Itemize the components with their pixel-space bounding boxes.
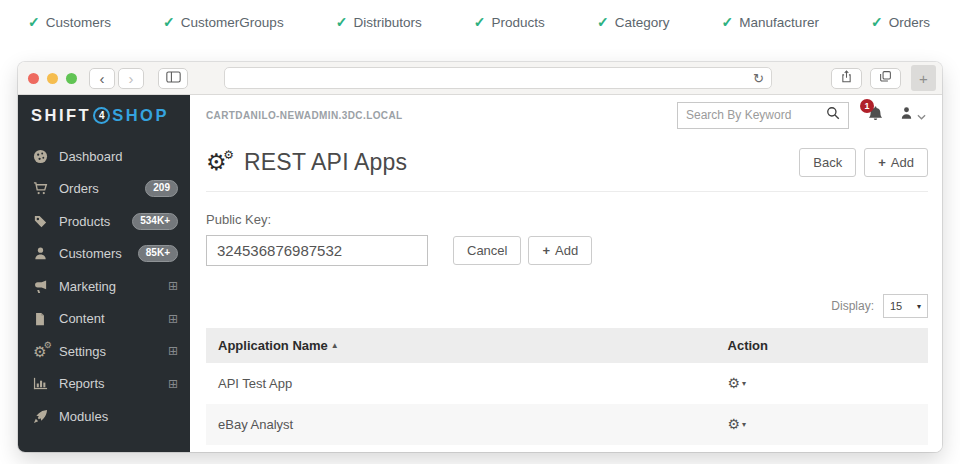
expand-icon[interactable]: ⊞ (168, 345, 178, 357)
plus-icon: + (878, 155, 886, 170)
dashboard-icon (32, 149, 48, 164)
expand-icon[interactable]: ⊞ (168, 280, 178, 292)
setup-item-label: Manufacturer (739, 15, 819, 30)
sidebar-toggle-button[interactable] (158, 68, 188, 89)
page-header: ⚙⚙ REST API Apps Back + Add (206, 135, 928, 192)
public-key-section: Public Key: Cancel + Add (206, 212, 928, 266)
column-header-application-name[interactable]: Application Name▲ (218, 338, 728, 353)
check-icon: ✓ (597, 14, 609, 30)
app-name-cell: eBay Analyst (218, 417, 728, 432)
sidebar-item-label: Settings (59, 344, 106, 359)
chevron-down-icon (917, 106, 926, 124)
close-window-button[interactable] (28, 73, 39, 84)
browser-nav-buttons: ‹ › (89, 68, 144, 89)
sidebar-nav: Dashboard Orders 209 Products 534K+ (18, 135, 190, 433)
display-count-value: 15 (890, 300, 902, 312)
sidebar-item-label: Reports (59, 376, 105, 391)
gears-icon: ⚙⚙ (32, 344, 48, 359)
expand-icon[interactable]: ⊞ (168, 313, 178, 325)
add-button[interactable]: + Add (864, 148, 928, 177)
gear-icon: ⚙ (728, 417, 741, 431)
logo-text-shop: SHOP (112, 106, 169, 125)
api-apps-table: Application Name▲ Action API Test App ⚙ … (206, 328, 928, 445)
row-action-menu-button[interactable]: ⚙ ▾ (728, 417, 747, 431)
app-name-cell: API Test App (218, 376, 728, 391)
window-controls (28, 73, 77, 84)
setup-item-label: CustomerGroups (181, 15, 284, 30)
row-action-menu-button[interactable]: ⚙ ▾ (728, 376, 747, 390)
check-icon: ✓ (336, 14, 348, 30)
cancel-button[interactable]: Cancel (453, 236, 521, 265)
sidebar-item-dashboard[interactable]: Dashboard (18, 140, 190, 173)
check-icon: ✓ (28, 14, 40, 30)
display-count-row: Display: 15 ▾ (206, 294, 928, 318)
logo-4-icon: 4 (93, 107, 110, 124)
sidebar-item-products[interactable]: Products 534K+ (18, 205, 190, 238)
minimize-window-button[interactable] (47, 73, 58, 84)
search-input[interactable] (686, 108, 820, 122)
caret-down-icon: ▾ (742, 379, 746, 388)
sidebar-item-label: Customers (59, 246, 122, 261)
page-title: REST API Apps (244, 149, 407, 176)
new-tab-button[interactable]: + (911, 65, 936, 91)
check-icon: ✓ (474, 14, 486, 30)
sort-asc-icon: ▲ (331, 341, 339, 350)
page-content: ⚙⚙ REST API Apps Back + Add Public Key: (190, 135, 942, 452)
confirm-add-button[interactable]: + Add (528, 236, 592, 265)
expand-icon[interactable]: ⊞ (168, 378, 178, 390)
browser-window: ‹ › ↻ + SHIFT 4 (18, 62, 942, 452)
browser-titlebar: ‹ › ↻ + (18, 62, 942, 95)
admin-sidebar: SHIFT 4 SHOP Dashboard Orders 209 (18, 95, 190, 452)
sidebar-item-label: Products (59, 214, 110, 229)
browser-back-button[interactable]: ‹ (89, 68, 115, 89)
sidebar-item-customers[interactable]: Customers 85K+ (18, 238, 190, 271)
back-button[interactable]: Back (799, 148, 856, 177)
account-menu-button[interactable] (899, 106, 926, 125)
zoom-window-button[interactable] (66, 73, 77, 84)
sidebar-item-content[interactable]: Content ⊞ (18, 303, 190, 336)
setup-item-label: Distributors (353, 15, 421, 30)
sidebar-item-label: Orders (59, 181, 99, 196)
setup-item-label: Products (492, 15, 545, 30)
shift4shop-logo[interactable]: SHIFT 4 SHOP (18, 95, 190, 135)
share-icon (840, 69, 853, 87)
sidebar-item-label: Dashboard (59, 149, 123, 164)
table-row: API Test App ⚙ ▾ (206, 363, 928, 404)
share-button[interactable] (831, 68, 862, 89)
orders-count-badge: 209 (145, 180, 178, 197)
sidebar-panel-icon (166, 69, 181, 87)
caret-down-icon: ▾ (742, 420, 746, 429)
column-header-action: Action (728, 338, 916, 353)
setup-item-products: ✓ Products (474, 14, 545, 30)
check-icon: ✓ (722, 14, 734, 30)
notification-count-badge: 1 (860, 99, 874, 113)
sidebar-item-modules[interactable]: Modules (18, 400, 190, 433)
address-input[interactable] (225, 68, 771, 88)
public-key-input[interactable] (206, 235, 428, 266)
megaphone-icon (32, 279, 48, 294)
tab-overview-button[interactable] (870, 68, 901, 89)
display-count-select[interactable]: 15 ▾ (883, 294, 928, 318)
notifications-button[interactable]: 1 (867, 105, 884, 126)
sidebar-item-orders[interactable]: Orders 209 (18, 173, 190, 206)
setup-item-label: Category (615, 15, 670, 30)
setup-item-manufacturer: ✓ Manufacturer (722, 14, 819, 30)
table-header-row: Application Name▲ Action (206, 328, 928, 363)
setup-item-category: ✓ Category (597, 14, 670, 30)
browser-forward-button[interactable]: › (118, 68, 144, 89)
sidebar-item-label: Modules (59, 409, 108, 424)
search-icon[interactable] (826, 106, 840, 124)
sidebar-item-settings[interactable]: ⚙⚙ Settings ⊞ (18, 335, 190, 368)
sidebar-item-reports[interactable]: Reports ⊞ (18, 368, 190, 401)
address-bar[interactable]: ↻ (224, 67, 772, 89)
caret-down-icon: ▾ (917, 302, 921, 311)
admin-topbar: CARTDANILO-NEWADMIN.3DC.LOCAL 1 (190, 95, 942, 135)
sidebar-item-label: Marketing (59, 279, 116, 294)
admin-main: CARTDANILO-NEWADMIN.3DC.LOCAL 1 (190, 95, 942, 452)
rocket-icon (32, 409, 48, 424)
setup-item-label: Orders (889, 15, 930, 30)
user-icon (899, 106, 914, 125)
refresh-icon[interactable]: ↻ (753, 71, 764, 86)
keyword-search-box[interactable] (677, 102, 849, 129)
sidebar-item-marketing[interactable]: Marketing ⊞ (18, 270, 190, 303)
